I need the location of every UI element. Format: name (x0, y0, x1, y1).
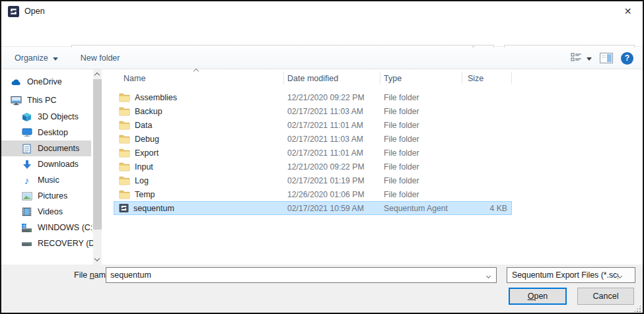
details-view-icon (571, 53, 583, 63)
sidebar-item-onedrive[interactable]: OneDrive (1, 74, 91, 90)
file-name: Input (135, 162, 153, 172)
file-size: 4 KB (462, 204, 507, 213)
chevron-down-icon (618, 270, 622, 280)
music-note-icon: ♪ (21, 175, 32, 186)
folder-icon (119, 175, 130, 185)
file-name-input[interactable] (106, 270, 487, 280)
file-type: File folder (380, 107, 462, 116)
sidebar-item-label: Music (38, 175, 59, 185)
file-name: Temp (135, 190, 155, 199)
preview-pane-icon[interactable] (600, 53, 613, 63)
sequentum-file-icon (119, 203, 129, 213)
table-row[interactable]: Debug 02/17/2021 11:03 AM File folder (114, 132, 512, 146)
dialog-footer: File name: Sequentum Export Files (*.scg… (1, 265, 643, 314)
file-type: File folder (380, 176, 462, 185)
sidebar-item-3d-objects[interactable]: 3D Objects (1, 109, 91, 125)
sidebar-item-music[interactable]: ♪ Music (1, 172, 91, 188)
column-header-size[interactable]: Size (462, 72, 512, 84)
new-folder-label: New folder (81, 53, 120, 63)
file-type: File folder (380, 148, 462, 158)
table-row[interactable]: Temp 12/26/2020 01:06 PM File folder (114, 187, 512, 201)
cancel-button[interactable]: Cancel (577, 288, 634, 305)
folder-icon (119, 120, 130, 130)
table-row[interactable]: Export 02/17/2021 11:01 AM File folder (114, 146, 512, 160)
open-dialog: Open ✕ ← → ↑ This PC Documents Content G… (0, 0, 644, 314)
sidebar-scrollbar[interactable] (93, 69, 102, 265)
sidebar-item-recovery-d[interactable]: RECOVERY (D:) (1, 236, 91, 251)
table-row[interactable]: Log 02/17/2021 01:19 PM File folder (114, 173, 512, 187)
sidebar-item-label: Pictures (38, 191, 67, 201)
scroll-down-icon[interactable] (94, 256, 100, 261)
table-row-selected[interactable]: sequentum 02/17/2021 10:59 AM Sequentum … (114, 201, 512, 215)
chevron-down-icon (587, 57, 592, 61)
close-button[interactable]: ✕ (613, 1, 643, 20)
file-type-value: Sequentum Export Files (*.scgx (507, 270, 618, 280)
column-header-name[interactable]: Name (114, 72, 284, 84)
main-area: OneDrive This PC (1, 69, 643, 265)
video-icon (21, 206, 32, 218)
command-toolbar: Organize New folder (1, 47, 643, 69)
sidebar-item-windows-c[interactable]: WINDOWS (C:) (1, 220, 91, 236)
sidebar-item-label: RECOVERY (D:) (38, 239, 100, 248)
folder-icon (119, 134, 130, 144)
table-row[interactable]: Input 12/21/2020 09:22 PM File folder (114, 160, 512, 173)
file-date: 12/21/2020 09:22 PM (284, 162, 380, 172)
folder-icon (119, 189, 130, 199)
onedrive-icon (11, 77, 22, 88)
file-date: 02/17/2021 11:03 AM (284, 135, 380, 144)
help-button[interactable]: ? (621, 52, 633, 65)
sidebar-item-label: This PC (27, 96, 56, 105)
sidebar-item-label: Downloads (38, 160, 79, 169)
drive-c-icon (21, 222, 32, 234)
sidebar-item-label: Documents (38, 144, 79, 153)
file-name-combobox[interactable] (106, 267, 497, 283)
file-name: Log (135, 176, 149, 185)
file-type: File folder (380, 135, 462, 144)
sidebar-item-pictures[interactable]: Pictures (1, 188, 91, 204)
cube-icon (21, 111, 32, 123)
file-name: Data (135, 121, 152, 130)
organize-label: Organize (15, 53, 48, 63)
sidebar-item-this-pc[interactable]: This PC (1, 92, 91, 108)
folder-icon (119, 148, 130, 158)
file-date: 02/17/2021 10:59 AM (284, 204, 380, 213)
sidebar-item-documents[interactable]: Documents (1, 141, 91, 156)
computer-icon (11, 95, 22, 106)
chevron-down-icon[interactable] (487, 270, 490, 280)
table-row[interactable]: Data 02/17/2021 11:01 AM File folder (114, 118, 512, 132)
desktop-icon (21, 127, 32, 139)
folder-icon (119, 92, 130, 102)
title-bar[interactable]: Open ✕ (1, 1, 643, 21)
file-type: Sequentum Agent (380, 204, 462, 213)
file-type: File folder (380, 121, 462, 130)
sidebar-item-label: 3D Objects (38, 112, 79, 121)
sidebar-item-label: Desktop (38, 128, 68, 137)
sidebar-item-label: WINDOWS (C:) (38, 223, 95, 232)
scrollbar-thumb[interactable] (93, 79, 102, 230)
file-name: Debug (135, 135, 159, 144)
file-list: Name Date modified Type Size Assemblies … (114, 69, 639, 265)
scroll-up-icon[interactable] (94, 73, 100, 78)
resize-grip[interactable] (633, 305, 641, 313)
new-folder-button[interactable]: New folder (81, 53, 120, 63)
file-name: Assemblies (135, 93, 177, 102)
sidebar-item-label: Videos (38, 207, 63, 216)
file-type-select[interactable]: Sequentum Export Files (*.scgx (507, 267, 635, 283)
drive-d-icon (21, 238, 32, 249)
file-date: 02/17/2021 11:01 AM (284, 148, 380, 158)
column-header-type[interactable]: Type (380, 72, 462, 84)
open-button[interactable]: Open (509, 288, 567, 305)
organize-button[interactable]: Organize (15, 53, 58, 63)
file-type: File folder (380, 93, 462, 102)
table-row[interactable]: Assemblies 12/21/2020 09:22 PM File fold… (114, 90, 512, 104)
file-date: 02/17/2021 11:03 AM (284, 107, 380, 116)
file-name: Backup (135, 107, 162, 116)
table-row[interactable]: Backup 02/17/2021 11:03 AM File folder (114, 104, 512, 118)
picture-icon (21, 191, 32, 202)
sidebar-item-desktop[interactable]: Desktop (1, 125, 91, 141)
column-header-date-modified[interactable]: Date modified (284, 72, 380, 84)
document-icon (21, 143, 32, 154)
view-mode-button[interactable] (571, 53, 592, 63)
sidebar-item-videos[interactable]: Videos (1, 204, 91, 220)
sidebar-item-downloads[interactable]: Downloads (1, 156, 91, 172)
